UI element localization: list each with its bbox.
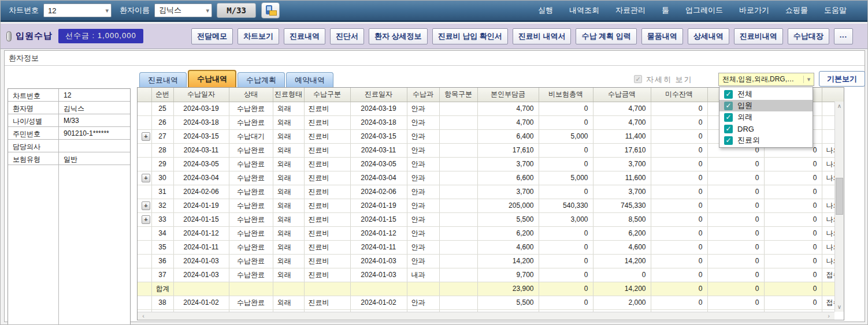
grid-cell[interactable]: 수납대기: [229, 129, 273, 143]
grid-cell[interactable]: 11,600: [593, 171, 651, 185]
grid-cell[interactable]: 수납완료: [229, 171, 273, 185]
grid-cell[interactable]: 0: [539, 157, 593, 171]
grid-cell[interactable]: 안과: [407, 199, 439, 212]
grid-cell[interactable]: 수납완료: [229, 254, 273, 268]
chevron-down-icon[interactable]: ▾: [105, 7, 109, 14]
grid-cell[interactable]: 14,200: [477, 254, 539, 268]
grid-cell[interactable]: [439, 254, 477, 268]
grid-cell[interactable]: 2024-01-02: [350, 296, 407, 309]
grid-cell[interactable]: 0: [651, 143, 707, 157]
grid-cell[interactable]: 9,700: [477, 268, 539, 282]
checkbox-checked-icon[interactable]: ✓: [724, 125, 733, 133]
grid-cell[interactable]: 2024-03-19: [350, 102, 407, 115]
grid-cell[interactable]: 0: [651, 226, 707, 240]
grid-cell[interactable]: 3,700: [593, 185, 651, 199]
grid-cell[interactable]: 2,000: [593, 296, 651, 309]
grid-cell[interactable]: 2024-03-19: [173, 102, 229, 115]
grid-cell[interactable]: 수납완료: [229, 240, 273, 254]
grid-cell[interactable]: 진료비: [304, 212, 350, 226]
grid-cell[interactable]: 0: [651, 115, 707, 129]
grid-cell[interactable]: 0: [764, 171, 822, 185]
horizontal-scrollbar[interactable]: ‹ ›: [138, 312, 834, 320]
grid-cell[interactable]: 5,500: [477, 296, 539, 309]
detail-view-checkbox[interactable]: ✓: [634, 75, 642, 83]
grid-cell[interactable]: 수납완료: [229, 296, 273, 309]
grid-cell[interactable]: 내과: [407, 268, 439, 282]
grid-row[interactable]: 342024-01-12수납완료외래진료비2024-01-12안과6,20006…: [138, 226, 844, 240]
send-message-button[interactable]: [261, 2, 280, 18]
checkbox-checked-icon[interactable]: ✓: [724, 136, 733, 145]
grid-cell[interactable]: 5,500: [477, 212, 539, 226]
grid-cell[interactable]: 0: [651, 254, 707, 268]
grid-row[interactable]: +322024-01-19수납완료외래진료비2024-01-19안과205,00…: [138, 199, 844, 212]
grid-cell[interactable]: 30: [151, 171, 173, 185]
grid-cell[interactable]: 안과: [407, 115, 439, 129]
scroll-down-icon[interactable]: ∨: [835, 302, 844, 312]
grid-cell[interactable]: 진료비: [304, 268, 350, 282]
menu-item[interactable]: 내역조회: [569, 5, 599, 16]
grid-cell[interactable]: 2024-03-18: [173, 115, 229, 129]
grid-cell[interactable]: [273, 282, 304, 296]
grid-cell[interactable]: 33: [151, 212, 173, 226]
grid-cell[interactable]: 진료비: [304, 296, 350, 309]
grid-row[interactable]: 292024-03-05수납완료외래진료비2024-03-05안과3,70003…: [138, 157, 844, 171]
grid-cell[interactable]: 안과: [407, 185, 439, 199]
expand-row-icon[interactable]: +: [142, 201, 150, 210]
grid-cell[interactable]: 안과: [407, 102, 439, 115]
grid-cell[interactable]: 2024-03-11: [350, 143, 407, 157]
grid-cell[interactable]: 진료비: [304, 226, 350, 240]
menu-item[interactable]: 자료관리: [615, 5, 646, 16]
grid-cell[interactable]: 0: [764, 212, 822, 226]
grid-cell[interactable]: 외래: [273, 143, 304, 157]
grid-cell[interactable]: 진료비: [304, 240, 350, 254]
grid-cell[interactable]: 0: [707, 254, 764, 268]
grid-cell[interactable]: 2024-01-12: [173, 226, 229, 240]
grid-cell[interactable]: 0: [539, 185, 593, 199]
vertical-scrollbar[interactable]: ∧ ∨: [834, 102, 844, 312]
grid-cell[interactable]: 23,900: [477, 282, 539, 296]
grid-cell[interactable]: 3,700: [477, 157, 539, 171]
grid-cell[interactable]: 4,700: [593, 115, 651, 129]
grid-cell[interactable]: 0: [651, 102, 707, 115]
toolbar-button[interactable]: 물품내역: [641, 28, 683, 44]
grid-row[interactable]: 312024-02-06수납완료외래진료비2024-02-06안과3,70003…: [138, 185, 844, 199]
grid-cell[interactable]: 안과: [407, 226, 439, 240]
column-header[interactable]: 수납과: [407, 88, 439, 102]
tab-수납계획[interactable]: 수납계획: [238, 72, 285, 87]
grid-cell[interactable]: 진료비: [304, 199, 350, 212]
dropdown-option-DRG[interactable]: ✓DRG: [719, 123, 813, 135]
grid-cell[interactable]: 4,700: [477, 115, 539, 129]
chevron-down-icon[interactable]: ▾: [206, 7, 209, 14]
tab-예약내역[interactable]: 예약내역: [286, 72, 333, 87]
scroll-left-icon[interactable]: ‹: [139, 312, 148, 320]
grid-cell[interactable]: 6,200: [477, 226, 539, 240]
dropdown-option-외래[interactable]: ✓외래: [719, 111, 813, 123]
grid-cell[interactable]: 0: [539, 240, 593, 254]
column-header[interactable]: 본인부담금: [477, 88, 539, 102]
grid-cell[interactable]: 외래: [273, 171, 304, 185]
grid-cell[interactable]: [173, 282, 229, 296]
grid-cell[interactable]: 2024-01-03: [173, 268, 229, 282]
toolbar-button[interactable]: 차트보기: [238, 28, 279, 44]
grid-cell[interactable]: 0: [707, 171, 764, 185]
column-header[interactable]: 미수잔액: [651, 88, 707, 102]
grid-cell[interactable]: 4,600: [477, 240, 539, 254]
grid-cell[interactable]: 0: [707, 268, 764, 282]
grid-cell[interactable]: [439, 240, 477, 254]
grid-cell[interactable]: 2024-01-03: [350, 268, 407, 282]
grid-cell[interactable]: 14,200: [593, 282, 651, 296]
tab-진료내역[interactable]: 진료내역: [139, 72, 187, 87]
menu-item[interactable]: 실행: [538, 5, 553, 16]
grid-cell[interactable]: 진료비: [304, 254, 350, 268]
column-header[interactable]: [822, 88, 844, 102]
grid-cell[interactable]: 36: [151, 254, 173, 268]
grid-cell[interactable]: [350, 282, 407, 296]
grid-cell[interactable]: 외래: [273, 296, 304, 309]
grid-cell[interactable]: 0: [707, 240, 764, 254]
toolbar-button[interactable]: 전달메모: [191, 28, 233, 44]
grid-cell[interactable]: 2024-03-15: [173, 129, 229, 143]
grid-cell[interactable]: [439, 282, 477, 296]
grid-cell[interactable]: 수납완료: [229, 212, 273, 226]
grid-cell[interactable]: 6,600: [477, 171, 539, 185]
column-header[interactable]: 비보험총액: [539, 88, 593, 102]
